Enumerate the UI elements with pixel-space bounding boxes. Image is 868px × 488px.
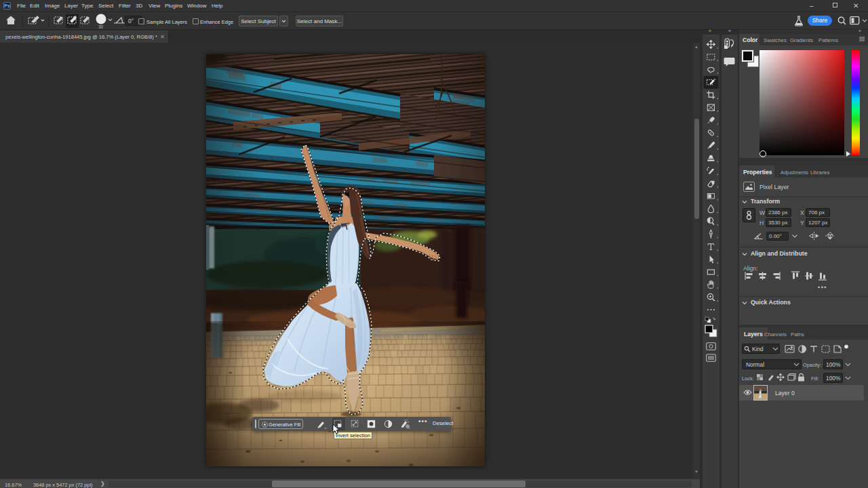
svg-text:30: 30: [98, 24, 104, 29]
